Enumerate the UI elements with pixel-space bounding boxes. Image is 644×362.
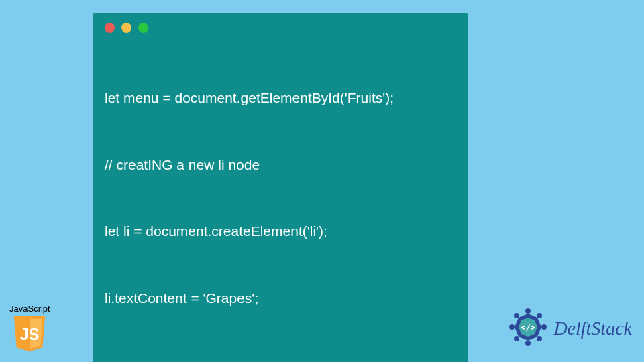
svg-point-9	[514, 313, 519, 318]
maximize-icon	[138, 23, 148, 33]
close-icon	[105, 23, 115, 33]
window-controls	[105, 23, 456, 33]
javascript-badge: JavaScript JS	[9, 304, 50, 353]
svg-point-4	[541, 324, 547, 330]
javascript-shield-icon: JS	[12, 315, 47, 353]
svg-point-6	[525, 341, 531, 346]
code-line: // creatING a new li node	[105, 154, 456, 176]
code-line: let li = document.createElement('li');	[105, 221, 456, 243]
js-letters: JS	[20, 326, 39, 343]
delftstack-text: DelftStack	[553, 318, 632, 339]
delftstack-logo: </> DelftStack	[506, 306, 632, 351]
code-block: let menu = document.getElementById('Frui…	[105, 44, 456, 362]
svg-point-8	[509, 324, 515, 330]
code-window: let menu = document.getElementById('Frui…	[93, 13, 468, 362]
svg-point-2	[525, 308, 531, 314]
blank-line	[105, 355, 456, 362]
javascript-label: JavaScript	[9, 304, 50, 314]
svg-point-5	[537, 336, 542, 341]
code-line: li.textContent = 'Grapes';	[105, 288, 456, 310]
svg-point-3	[537, 313, 542, 318]
delftstack-emblem-icon: </>	[506, 306, 549, 351]
minimize-icon	[121, 23, 131, 33]
svg-text:</>: </>	[521, 323, 536, 333]
svg-point-7	[514, 336, 519, 341]
code-line: let menu = document.getElementById('Frui…	[105, 87, 456, 109]
